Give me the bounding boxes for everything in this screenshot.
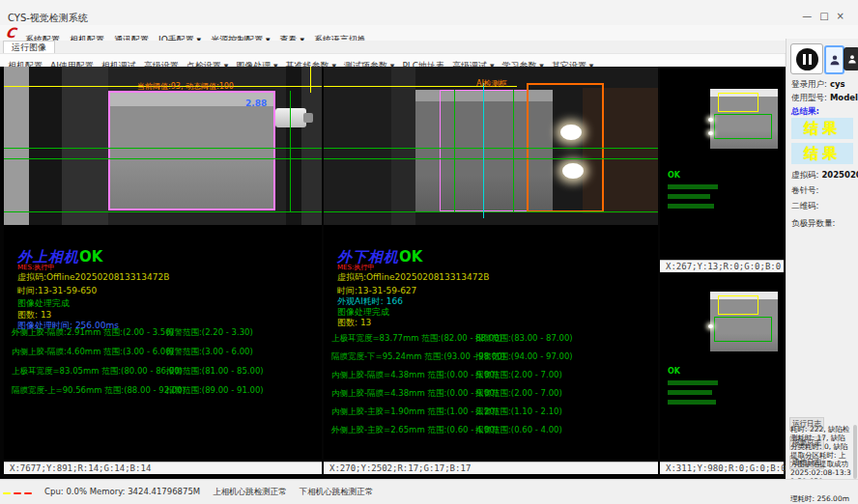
- measure-line: [4, 148, 322, 149]
- camera-image-outer-bottom[interactable]: AI检测框: [324, 67, 658, 225]
- title-bar: CYS-视觉检测系统 —□×: [0, 0, 858, 26]
- measurement-row: 外侧上胶-主胶=2.65mm 范围:(0.60 - 4.00) 报警范围:(0.…: [324, 425, 658, 443]
- measurement-alarm-range: 报警范围:(81.00 - 85.00): [166, 366, 264, 378]
- qr-code-label: 二维码:: [791, 201, 818, 212]
- measurement-value: 上极耳宽度=83.05mm 范围:(80.00 - 86.00): [12, 366, 183, 378]
- camera-top-heartbeat: 上相机心跳检测正常: [213, 487, 287, 498]
- roi-box: [718, 93, 758, 112]
- result-box-bottom: 结果: [791, 143, 853, 164]
- measurement-value: 外侧上胶-隔膜:2.91mm 范围:(2.00 - 3.50): [12, 327, 174, 339]
- window-title: CYS-视觉检测系统: [8, 12, 88, 25]
- tab-run-image[interactable]: 运行图像: [3, 41, 55, 53]
- measurement-list: 外侧上胶-隔膜:2.91mm 范围:(2.00 - 3.50) 报警范围:(2.…: [4, 327, 322, 405]
- pause-button[interactable]: [790, 43, 823, 74]
- camera-bottom-heartbeat: 下相机心跳检测正常: [300, 487, 374, 498]
- log-scrollbar[interactable]: [853, 425, 857, 479]
- roi-box: [714, 317, 772, 342]
- measure-line: [324, 158, 658, 159]
- pin-number-label: 卷针号:: [791, 185, 818, 197]
- pixel-coordinates-readout: X:270;Y:2502;R:17;G:17;B:17: [324, 462, 658, 474]
- window-controls: —□×: [802, 11, 852, 21]
- user-switch-button[interactable]: [844, 47, 858, 70]
- measurement-value: 内侧上胶-隔膜=4.38mm 范围:(0.00 - 9.00): [331, 370, 498, 381]
- time-line: 时间:13-31-59-650: [17, 285, 97, 297]
- camera-view-outer-bottom: AI检测框 外下相机OK MES:执行中 虚拟码:Offline20250208…: [324, 67, 658, 474]
- close-button[interactable]: ×: [837, 11, 852, 21]
- measurement-row: 内侧上胶-主胶=1.90mm 范围:(1.00 - 2.20) 报警范围:(1.…: [324, 406, 658, 425]
- measure-line-vertical: [513, 90, 514, 211]
- measurement-alarm-range: 报警范围:(3.00 - 6.00): [166, 347, 253, 358]
- measurement-alarm-range: 报警范围:(0.60 - 4.00): [475, 425, 562, 436]
- measurement-row: 内侧上胶-隔膜=4.38mm 范围:(0.00 - 9.00) 报警范围:(2.…: [324, 370, 658, 388]
- measurement-row: 上极耳宽度=83.77mm 范围:(82.00 - 88.00) 报警范围:(8…: [324, 333, 658, 351]
- reflection-highlight: [708, 131, 713, 135]
- measurement-row: 内侧上胶-隔膜=4.38mm 范围:(0.00 - 9.00) 报警范围:(2.…: [324, 388, 658, 406]
- result-text-row: [668, 194, 710, 199]
- measurement-value: 内侧上胶-隔膜:4.60mm 范围:(3.00 - 6.00): [12, 347, 174, 358]
- baseline-yellow-vertical: [310, 67, 311, 93]
- login-user-label: 登录用户:: [791, 79, 827, 89]
- minimize-button[interactable]: —: [802, 11, 819, 21]
- measure-line: [324, 211, 658, 212]
- maximize-button[interactable]: □: [819, 11, 836, 21]
- measurement-value: 内侧上胶-隔膜=4.38mm 范围:(0.00 - 9.00): [331, 388, 498, 400]
- login-user-row: 登录用户:cys: [791, 79, 845, 91]
- result-text-row: [668, 380, 718, 385]
- status-ok: OK: [79, 248, 102, 266]
- reflection-highlight: [708, 118, 713, 122]
- app-window: CYS-视觉检测系统 —□× C 系统配置相机配置通讯配置IO手配置 ▾光源控制…: [0, 0, 858, 504]
- menu-bar: C 系统配置相机配置通讯配置IO手配置 ▾光源控制配置 ▾查看 ▾系统语言切换: [0, 25, 858, 41]
- virtual-code-label: 虚拟码:: [791, 170, 818, 180]
- status-chip: [3, 492, 11, 494]
- measurement-alarm-range: 报警范围:(89.00 - 91.00): [166, 385, 264, 397]
- ai-box-label: AI检测框: [476, 78, 507, 89]
- measure-line-vertical: [454, 90, 455, 211]
- user-icon: [829, 53, 841, 67]
- result-box-top: 结果: [791, 118, 853, 139]
- camera-image-aux-top[interactable]: OK: [660, 67, 784, 260]
- result-text-row: [668, 390, 712, 395]
- measurement-alarm-range: 报警范围:(83.00 - 87.00): [475, 333, 573, 345]
- tab-strip: 运行图像: [0, 41, 858, 54]
- camera-view-aux-top: OK X:267;Y:13;R:0;G:0;B:0: [660, 67, 784, 272]
- frame-count-line: 图数: 13: [337, 317, 371, 329]
- result-text-row: [668, 400, 716, 405]
- measurement-value: 内侧上胶-主胶=1.90mm 范围:(1.00 - 2.20): [331, 406, 498, 418]
- measurement-value: 隔膜宽度-上=90.56mm 范围:(88.00 - 92.00): [12, 385, 186, 397]
- model-value: Model1: [830, 93, 858, 102]
- camera-image-outer-top[interactable]: 当前阈值:93, 动态阈值:100 2.88: [4, 67, 322, 225]
- threshold-overlay-label: 当前阈值:93, 动态阈值:100: [137, 81, 234, 92]
- status-chip: [14, 492, 21, 494]
- pixel-coordinates-readout: X:267;Y:13;R:0;G:0;B:0: [660, 260, 784, 272]
- barcode-line: 虚拟码:Offline2025020813313472B: [337, 271, 489, 284]
- app-logo-icon: C: [5, 25, 17, 41]
- mini-cell-image: [710, 89, 778, 149]
- measurement-row: 上极耳宽度=83.05mm 范围:(80.00 - 86.00) 报警范围:(8…: [4, 366, 322, 385]
- gripper-nozzle: [275, 108, 306, 127]
- result-text-row: [668, 184, 718, 189]
- result-text-row: [668, 204, 714, 209]
- ng-count-label: 负极异数量:: [791, 218, 835, 230]
- cpu-memory-readout: Cpu: 0.0% Memory: 3424.41796875M: [44, 487, 200, 496]
- pause-icon: [796, 48, 818, 70]
- battery-cell-region: [108, 91, 275, 210]
- camera-view-outer-top: 当前阈值:93, 动态阈值:100 2.88 外上相机OK MES:执行中 虚拟…: [4, 67, 322, 474]
- measurement-row: 内侧上胶-隔膜:4.60mm 范围:(3.00 - 6.00) 报警范围:(3.…: [4, 347, 322, 366]
- login-user-button[interactable]: [824, 45, 844, 74]
- status-bar: Cpu: 0.0% Memory: 3424.41796875M 上相机心跳检测…: [0, 479, 858, 494]
- roi-pink-box: [440, 90, 529, 211]
- camera-image-aux-bottom[interactable]: OK: [660, 274, 784, 462]
- camera-view-aux-bottom: OK X:311;Y:980;R:0;G:0;B:0: [660, 274, 784, 474]
- total-result-label: 总结果:: [791, 106, 819, 118]
- measurement-value: 外侧上胶-主胶=2.65mm 范围:(0.60 - 4.00): [331, 425, 498, 436]
- measure-line: [324, 148, 658, 149]
- mini-cell-image: [710, 292, 778, 351]
- pixel-coordinates-readout: X:7677;Y:891;R:14;G:14;B:14: [4, 462, 322, 474]
- measure-line-cyan: [483, 83, 484, 218]
- virtual-code-row: 虚拟码:20250208: [791, 170, 858, 182]
- roi-box: [718, 295, 758, 315]
- measure-line-vertical: [290, 91, 291, 212]
- status-chip: [24, 492, 32, 494]
- measurement-list: 上极耳宽度=83.77mm 范围:(82.00 - 88.00) 报警范围:(8…: [324, 333, 658, 443]
- reflection-highlight: [562, 163, 584, 179]
